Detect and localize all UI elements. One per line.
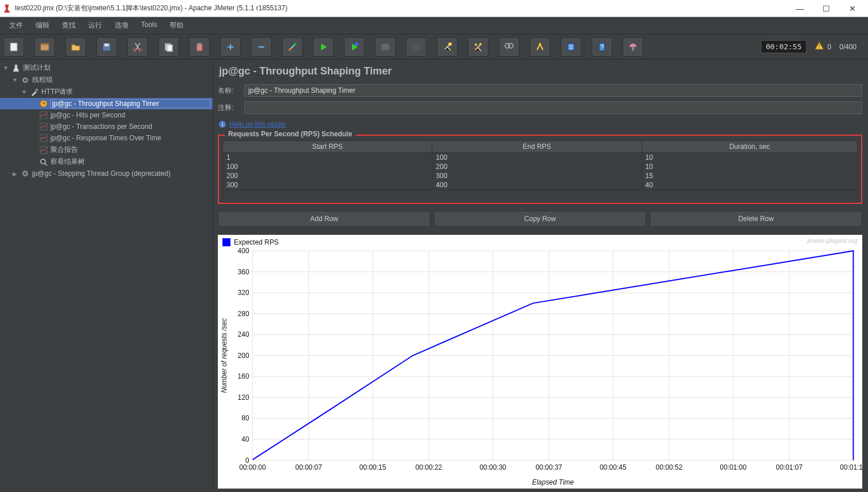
- delete-row-button[interactable]: Delete Row: [650, 211, 862, 227]
- svg-text:200: 200: [238, 351, 249, 359]
- tree-caret[interactable]: ▼: [11, 77, 18, 83]
- tree-label: 察看结果树: [50, 157, 210, 167]
- plugins-button[interactable]: [623, 37, 643, 57]
- schedule-table[interactable]: Start RPS End RPS Duration, sec 11001010…: [222, 140, 858, 199]
- svg-rect-4: [104, 44, 109, 46]
- chart-legend: Expected RPS: [222, 238, 279, 246]
- table-row[interactable]: 30040040: [223, 180, 858, 190]
- tree-row[interactable]: ▼HTTP请求: [0, 86, 213, 98]
- svg-text:00:00:30: 00:00:30: [479, 463, 506, 471]
- start-no-pauses-button[interactable]: [344, 37, 365, 57]
- app-icon: [2, 4, 11, 13]
- window-title: test0220.jmx (D:\安装包\jmeter\5.1.1脚本\test…: [15, 3, 787, 13]
- menu-帮助[interactable]: 帮助: [164, 18, 189, 33]
- svg-point-14: [289, 48, 291, 50]
- col-end-rps[interactable]: End RPS: [432, 141, 642, 153]
- svg-point-41: [41, 159, 45, 164]
- col-start-rps[interactable]: Start RPS: [223, 141, 432, 153]
- minimize-button[interactable]: —: [787, 0, 813, 17]
- elapsed-timer: 00:02:55: [761, 40, 807, 53]
- copy-button[interactable]: [158, 37, 179, 57]
- copy-row-button[interactable]: Copy Row: [434, 211, 647, 227]
- menu-查找[interactable]: 查找: [56, 18, 81, 33]
- chart-area: Expected RPS jmeter-plugins.org 04080120…: [218, 235, 862, 489]
- menu-文件[interactable]: 文件: [3, 18, 29, 33]
- svg-point-17: [448, 42, 452, 46]
- name-input[interactable]: [244, 84, 862, 97]
- maximize-button[interactable]: ☐: [813, 0, 839, 17]
- tree-caret[interactable]: ▶: [11, 171, 18, 177]
- close-button[interactable]: ✕: [839, 0, 866, 17]
- svg-text:400: 400: [238, 246, 249, 254]
- help-button[interactable]: ?: [592, 37, 612, 57]
- stop-button[interactable]: [375, 37, 396, 57]
- col-duration[interactable]: Duration, sec: [642, 141, 857, 153]
- save-button[interactable]: [96, 37, 117, 57]
- panel-title: jp@gc - Throughput Shaping Timer: [217, 64, 863, 82]
- function-helper-button[interactable]: [561, 37, 581, 57]
- tree-caret[interactable]: ▼: [2, 65, 9, 71]
- tree-row[interactable]: 聚合报告: [0, 144, 213, 156]
- table-row[interactable]: 10020010: [223, 162, 858, 171]
- svg-text:120: 120: [238, 393, 249, 401]
- svg-point-44: [24, 172, 26, 175]
- tree-row[interactable]: 察看结果树: [0, 156, 213, 168]
- clear-button[interactable]: [437, 37, 458, 57]
- reset-search-button[interactable]: [530, 37, 550, 57]
- toggle-button[interactable]: [282, 37, 303, 57]
- gear-icon: [21, 169, 30, 178]
- tree-label: HTTP请求: [41, 87, 210, 97]
- svg-text:00:00:00: 00:00:00: [239, 463, 266, 471]
- tree-caret[interactable]: ▼: [21, 89, 28, 95]
- table-row[interactable]: 20030015: [223, 171, 858, 180]
- menu-选项[interactable]: 选项: [109, 18, 134, 33]
- tree-panel[interactable]: ▼测试计划▼线程组▼HTTP请求jp@gc - Throughput Shapi…: [0, 60, 213, 492]
- search-button[interactable]: [499, 37, 519, 57]
- add-row-button[interactable]: Add Row: [218, 211, 431, 227]
- svg-text:?: ?: [600, 44, 604, 50]
- collapse-button[interactable]: [251, 37, 272, 57]
- chart-credit: jmeter-plugins.org: [807, 237, 858, 244]
- open-button[interactable]: [65, 37, 86, 57]
- table-row[interactable]: 110010: [223, 153, 858, 163]
- svg-text:80: 80: [241, 414, 249, 422]
- clear-all-button[interactable]: [468, 37, 488, 57]
- tree-label: 聚合报告: [50, 145, 210, 155]
- tree-row[interactable]: jp@gc - Transactions per Second: [0, 121, 213, 132]
- help-link[interactable]: Help on this plugin: [229, 120, 286, 128]
- cut-button[interactable]: [127, 37, 148, 57]
- schedule-legend: Requests Per Second (RPS) Schedule: [225, 130, 355, 138]
- tree-row[interactable]: jp@gc - Hits per Second: [0, 109, 213, 121]
- chart-icon: [39, 111, 48, 120]
- tree-row[interactable]: ▶jp@gc - Stepping Thread Group (deprecat…: [0, 168, 213, 179]
- svg-text:00:01:07: 00:01:07: [776, 463, 803, 471]
- templates-button[interactable]: [34, 37, 55, 57]
- dropper-icon: [30, 88, 39, 97]
- chart-svg: 0408012016020024028032036040000:00:0000:…: [218, 235, 862, 489]
- titlebar: test0220.jmx (D:\安装包\jmeter\5.1.1脚本\test…: [0, 0, 868, 17]
- svg-rect-33: [36, 89, 38, 91]
- comment-input[interactable]: [244, 101, 862, 114]
- scope-icon: [39, 158, 48, 167]
- new-button[interactable]: [3, 37, 24, 57]
- editor-panel: jp@gc - Throughput Shaping Timer 名称: 注释:…: [213, 60, 868, 492]
- name-label: 名称:: [218, 86, 240, 96]
- svg-text:40: 40: [241, 435, 249, 443]
- tree-row[interactable]: ▼线程组: [0, 74, 213, 86]
- expand-button[interactable]: [220, 37, 241, 57]
- menu-tools[interactable]: Tools: [135, 18, 163, 33]
- tree-row[interactable]: jp@gc - Response Times Over Time: [0, 132, 213, 144]
- tree-label: jp@gc - Stepping Thread Group (deprecate…: [32, 170, 210, 178]
- shutdown-button[interactable]: [406, 37, 427, 57]
- tree-row[interactable]: jp@gc - Throughput Shaping Timer: [0, 98, 213, 109]
- svg-point-19: [479, 43, 482, 45]
- tree-row[interactable]: ▼测试计划: [0, 62, 213, 74]
- svg-text:00:00:45: 00:00:45: [600, 463, 627, 471]
- start-button[interactable]: [313, 37, 334, 57]
- svg-text:280: 280: [238, 309, 249, 317]
- menu-运行[interactable]: 运行: [83, 18, 108, 33]
- menubar: 文件编辑查找运行选项Tools帮助: [0, 17, 868, 34]
- clock-icon: [39, 99, 48, 108]
- paste-button[interactable]: [189, 37, 210, 57]
- menu-编辑[interactable]: 编辑: [30, 18, 55, 33]
